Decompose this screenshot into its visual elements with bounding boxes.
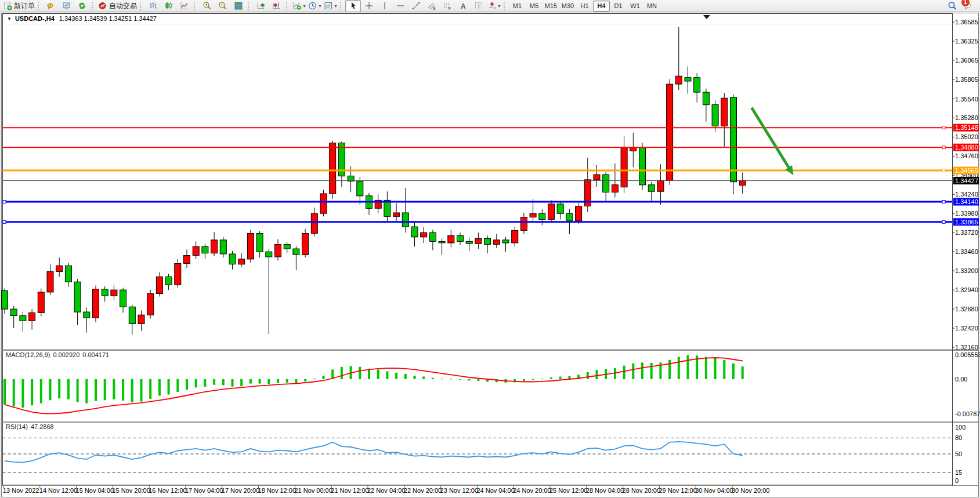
svg-text:100: 100 xyxy=(955,424,965,431)
tile-windows-button[interactable] xyxy=(230,0,246,12)
zoomin-icon xyxy=(202,1,212,10)
chart-canvas[interactable]: 1.365851.363251.360651.358051.355401.352… xyxy=(0,0,980,498)
timeframe-w1[interactable]: W1 xyxy=(627,1,643,12)
toolbar-separator xyxy=(38,2,41,10)
svg-text:1.33980: 1.33980 xyxy=(955,210,978,217)
svg-text:21 Nov 00:00: 21 Nov 00:00 xyxy=(294,487,332,494)
auto-scroll-button[interactable] xyxy=(253,0,269,12)
horizontal-line-button[interactable] xyxy=(392,0,408,12)
svg-text:1.34880: 1.34880 xyxy=(955,144,978,151)
svg-text:1.33460: 1.33460 xyxy=(955,248,978,255)
svg-text:25 Nov 12:00: 25 Nov 12:00 xyxy=(549,487,587,494)
chat-button[interactable]: 1 xyxy=(960,0,975,12)
svg-text:1.33720: 1.33720 xyxy=(955,229,978,236)
timeframe-h4[interactable]: H4 xyxy=(593,1,610,12)
arrows-button[interactable]: ▾ xyxy=(486,0,502,12)
chart-titlebar[interactable]: ▼ USDCAD-,H4 1.34363 1.34539 1.34251 1.3… xyxy=(7,15,157,22)
fibo-icon: F xyxy=(443,1,452,10)
chevron-down-icon[interactable]: ▼ xyxy=(7,16,12,21)
chart-ohlc-values: 1.34363 1.34539 1.34251 1.34427 xyxy=(59,15,157,22)
line-chart-button[interactable] xyxy=(176,0,192,12)
timeframe-m30[interactable]: M30 xyxy=(559,1,576,12)
svg-text:1.34565: 1.34565 xyxy=(955,167,978,174)
svg-text:A: A xyxy=(461,2,466,10)
hline-handle[interactable] xyxy=(942,201,945,203)
svg-text:1.32160: 1.32160 xyxy=(955,344,978,351)
svg-text:0.005553: 0.005553 xyxy=(955,351,980,358)
zoomout-icon xyxy=(218,1,227,10)
bar-chart-button[interactable] xyxy=(145,0,161,12)
hline-handle[interactable] xyxy=(942,220,945,223)
hline-handle[interactable] xyxy=(942,126,945,129)
timeframe-d1[interactable]: D1 xyxy=(610,1,627,12)
template-icon xyxy=(324,1,333,10)
fibonacci-button[interactable]: F xyxy=(439,0,455,12)
hline-handle[interactable] xyxy=(3,220,6,223)
text-label-button[interactable]: T xyxy=(471,0,486,12)
timeframe-m1[interactable]: M1 xyxy=(509,1,526,12)
search-button[interactable] xyxy=(944,0,960,12)
toolbar-separator xyxy=(504,2,507,10)
svg-text:F: F xyxy=(449,6,451,10)
candle-chart-button[interactable] xyxy=(161,0,176,12)
svg-text:30 Nov 04:00: 30 Nov 04:00 xyxy=(695,487,733,494)
vline-icon xyxy=(380,1,389,10)
zoom-out-button[interactable] xyxy=(215,0,230,12)
dropdown-caret-icon[interactable]: ▾ xyxy=(319,3,321,9)
svg-text:1.34427: 1.34427 xyxy=(955,177,978,184)
svg-text:80: 80 xyxy=(955,434,962,441)
vertical-line-button[interactable] xyxy=(377,0,392,12)
dropdown-caret-icon[interactable]: ▾ xyxy=(498,3,500,9)
dropdown-caret-icon[interactable]: ▾ xyxy=(303,3,305,9)
toolbar-separator xyxy=(248,2,251,10)
svg-text:1.32680: 1.32680 xyxy=(955,306,978,312)
svg-text:21 Nov 12:00: 21 Nov 12:00 xyxy=(331,487,368,494)
timeframe-m5[interactable]: M5 xyxy=(526,1,543,12)
crosshair-button[interactable] xyxy=(361,0,377,12)
date-axis[interactable]: 13 Nov 202214 Nov 12:0015 Nov 04:0015 No… xyxy=(3,486,769,495)
trendline-button[interactable] xyxy=(408,0,424,12)
svg-text:29 Nov 12:00: 29 Nov 12:00 xyxy=(659,487,696,494)
timeframe-m15[interactable]: M15 xyxy=(543,1,559,12)
market-watch-button[interactable] xyxy=(59,0,74,12)
mt4-application-window: 1.365851.363251.360651.358051.355401.352… xyxy=(0,0,980,498)
main-toolbar: 新订单自动交易▾▾▾EFAT▾M1M5M15M30H1H4D1W1MN1 xyxy=(0,0,980,12)
cursor-icon xyxy=(349,1,358,10)
new-order-button[interactable]: 新订单 xyxy=(2,0,36,12)
auto-trading-button[interactable]: 自动交易 xyxy=(97,0,138,12)
channel-icon: E xyxy=(427,1,436,10)
textA-icon: A xyxy=(458,1,468,10)
chart-shift-button[interactable] xyxy=(269,0,284,12)
svg-text:50: 50 xyxy=(955,450,962,457)
svg-text:1.35280: 1.35280 xyxy=(955,114,978,121)
templates-button[interactable]: ▾ xyxy=(323,0,338,12)
signals-button[interactable] xyxy=(74,0,90,12)
svg-text:1.36585: 1.36585 xyxy=(955,19,978,26)
timeframe-h1[interactable]: H1 xyxy=(576,1,593,12)
dropdown-caret-icon[interactable]: ▾ xyxy=(334,3,337,9)
svg-text:15 Nov 20:00: 15 Nov 20:00 xyxy=(112,487,150,494)
zoom-in-button[interactable] xyxy=(199,0,215,12)
svg-text:1.35148: 1.35148 xyxy=(955,124,978,131)
periods-button[interactable]: ▾ xyxy=(307,0,323,12)
cursor-button[interactable] xyxy=(345,0,361,12)
svg-text:28 Nov 20:00: 28 Nov 20:00 xyxy=(623,487,660,494)
toolbar-separator xyxy=(92,2,95,10)
equidistant-channel-button[interactable]: E xyxy=(424,0,439,12)
clock-icon xyxy=(308,1,317,10)
indicators-button[interactable]: ▾ xyxy=(291,0,307,12)
timeframe-mn[interactable]: MN xyxy=(643,1,660,12)
svg-text:0.00: 0.00 xyxy=(955,376,967,383)
monitor-icon xyxy=(62,1,71,10)
svg-text:15: 15 xyxy=(955,469,962,476)
hline-handle[interactable] xyxy=(942,169,945,172)
crosshair-icon xyxy=(364,1,374,10)
svg-text:24 Nov 04:00: 24 Nov 04:00 xyxy=(476,487,514,494)
search-icon xyxy=(948,1,957,10)
svg-text:28 Nov 04:00: 28 Nov 04:00 xyxy=(586,487,624,494)
alerts-button[interactable] xyxy=(43,0,59,12)
hline-handle[interactable] xyxy=(942,146,945,149)
hline-handle[interactable] xyxy=(3,201,6,203)
text-button[interactable]: A xyxy=(455,0,471,12)
notification-badge: 1 xyxy=(961,0,970,6)
